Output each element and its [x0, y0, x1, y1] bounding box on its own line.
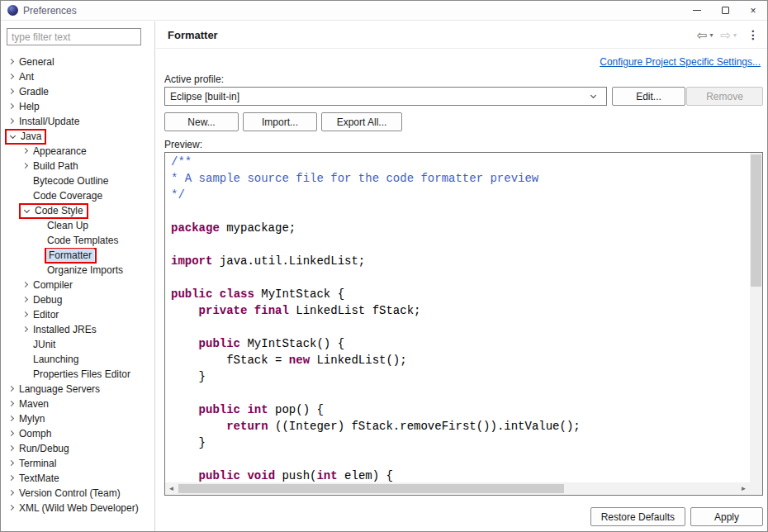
tree-item-oomph[interactable]: Oomph — [1, 426, 154, 441]
remove-button[interactable]: Remove — [686, 87, 763, 106]
tree-item-language-servers[interactable]: Language Servers — [1, 382, 154, 397]
configure-project-specific-settings-link[interactable]: Configure Project Specific Settings... — [600, 56, 761, 68]
tree-item-mylyn[interactable]: Mylyn — [1, 411, 154, 426]
tree-item-general[interactable]: General — [1, 55, 154, 69]
chevron-right-icon[interactable] — [19, 283, 31, 287]
main-panel: Formatter ⇦ ▾ ⇨ ▾ ⋮ Configure Project Sp… — [156, 21, 767, 531]
tree-item-editor[interactable]: Editor — [1, 307, 154, 322]
tree-item-inner: Installed JREs — [19, 322, 99, 337]
tree-item-help[interactable]: Help — [1, 99, 154, 114]
tree-item-junit[interactable]: JUnit — [1, 337, 154, 352]
chevron-right-icon[interactable] — [5, 506, 17, 510]
chevron-right-icon[interactable] — [5, 402, 17, 406]
tree-item-code-templates[interactable]: Code Templates — [1, 233, 154, 248]
filter-input[interactable] — [7, 28, 141, 45]
export-all-button[interactable]: Export All... — [321, 112, 402, 131]
chevron-down-icon[interactable] — [21, 210, 32, 212]
vertical-scrollbar[interactable] — [750, 153, 762, 482]
tree-item-inner: Launching — [31, 352, 81, 367]
edit-button[interactable]: Edit... — [612, 87, 685, 106]
tree-item-inner: Maven — [5, 397, 51, 411]
chevron-right-icon[interactable] — [19, 328, 31, 331]
tree-item-code-coverage[interactable]: Code Coverage — [1, 188, 154, 203]
tree-item-label: XML (Wild Web Developer) — [17, 501, 141, 515]
vertical-scrollbar-thumb[interactable] — [751, 154, 761, 287]
footer-buttons: Restore Defaults Apply — [590, 507, 763, 526]
tree-item-inner: TextMate — [5, 471, 62, 486]
back-history-dropdown-icon[interactable]: ▾ — [709, 31, 713, 39]
chevron-right-icon[interactable] — [5, 105, 17, 108]
tree-item-install-update[interactable]: Install/Update — [1, 114, 154, 129]
restore-defaults-button[interactable]: Restore Defaults — [590, 507, 685, 526]
code-line: public class MyIntStack { — [171, 286, 744, 302]
minimize-button[interactable] — [683, 1, 711, 20]
maximize-button[interactable] — [711, 1, 739, 20]
tree-item-run-debug[interactable]: Run/Debug — [1, 441, 154, 456]
tree-item-build-path[interactable]: Build Path — [1, 159, 154, 173]
new-button[interactable]: New... — [164, 112, 239, 131]
tree-item-installed-jres[interactable]: Installed JREs — [1, 322, 154, 337]
code-line: } — [171, 368, 744, 385]
tree-item-code-style[interactable]: Code Style — [1, 203, 154, 218]
tree-item-label: Oomph — [17, 427, 54, 440]
back-icon[interactable]: ⇦ — [697, 29, 708, 41]
view-menu-icon[interactable]: ⋮ — [747, 28, 759, 41]
annotation-highlight-box: Java — [5, 129, 46, 145]
chevron-right-icon[interactable] — [5, 387, 17, 391]
chevron-right-icon[interactable] — [19, 164, 31, 168]
tree-item-maven[interactable]: Maven — [1, 397, 154, 411]
active-profile-combo[interactable]: Eclipse [built-in] — [164, 87, 607, 106]
tree-item-inner: Terminal — [5, 456, 59, 471]
chevron-right-icon[interactable] — [19, 313, 31, 316]
tree-item-label: JUnit — [31, 338, 58, 351]
tree-item-bytecode-outline[interactable]: Bytecode Outline — [1, 173, 154, 188]
chevron-right-icon[interactable] — [5, 462, 17, 465]
tree-item-properties-files-editor[interactable]: Properties Files Editor — [1, 367, 154, 382]
scroll-left-icon[interactable]: ◄ — [165, 482, 178, 495]
chevron-right-icon[interactable] — [5, 432, 17, 435]
forward-icon[interactable]: ⇨ — [720, 29, 731, 41]
chevron-right-icon[interactable] — [19, 150, 31, 153]
tree-item-label: Installed JREs — [31, 323, 99, 336]
chevron-right-icon[interactable] — [5, 90, 17, 93]
forward-history-dropdown-icon[interactable]: ▾ — [733, 31, 737, 39]
horizontal-scrollbar[interactable]: ◄ ► — [165, 482, 750, 495]
apply-button[interactable]: Apply — [690, 507, 763, 526]
tree-item-inner: Help — [5, 99, 42, 114]
tree-item-gradle[interactable]: Gradle — [1, 84, 154, 99]
chevron-down-icon[interactable] — [7, 135, 18, 138]
tree-item-compiler[interactable]: Compiler — [1, 278, 154, 292]
chevron-right-icon[interactable] — [5, 477, 17, 480]
close-button[interactable]: × — [739, 1, 767, 20]
chevron-right-icon[interactable] — [5, 120, 17, 123]
chevron-right-icon[interactable] — [5, 492, 17, 495]
tree-item-xml-wild-web-developer[interactable]: XML (Wild Web Developer) — [1, 501, 154, 515]
tree-item-organize-imports[interactable]: Organize Imports — [1, 263, 154, 278]
chevron-right-icon[interactable] — [5, 447, 17, 450]
tree-item-ant[interactable]: Ant — [1, 69, 154, 84]
code-line — [171, 451, 744, 468]
code-line — [171, 319, 744, 335]
tree-item-clean-up[interactable]: Clean Up — [1, 218, 154, 233]
tree-item-textmate[interactable]: TextMate — [1, 471, 154, 486]
horizontal-scrollbar-thumb[interactable] — [178, 484, 564, 493]
tree-item-version-control-team[interactable]: Version Control (Team) — [1, 486, 154, 501]
tree-item-terminal[interactable]: Terminal — [1, 456, 154, 471]
tree-item-launching[interactable]: Launching — [1, 352, 154, 367]
tree-item-formatter[interactable]: Formatter — [1, 248, 154, 263]
chevron-right-icon[interactable] — [19, 298, 31, 302]
tree-item-inner: Organize Imports — [45, 263, 126, 278]
formatter-preview: /*** A sample source file for the code f… — [164, 152, 763, 496]
chevron-right-icon[interactable] — [5, 75, 17, 78]
chevron-right-icon[interactable] — [5, 417, 17, 420]
code-line: } — [171, 435, 744, 451]
import-button[interactable]: Import... — [243, 112, 317, 131]
code-line: package mypackage; — [171, 220, 744, 236]
tree-item-inner: General — [5, 55, 57, 69]
tree-item-java[interactable]: Java — [1, 129, 154, 144]
scroll-right-icon[interactable]: ► — [737, 482, 750, 495]
tree-item-appearance[interactable]: Appearance — [1, 144, 154, 159]
chevron-right-icon[interactable] — [5, 60, 17, 64]
tree-item-debug[interactable]: Debug — [1, 292, 154, 307]
tree-item-inner: Gradle — [5, 84, 51, 99]
